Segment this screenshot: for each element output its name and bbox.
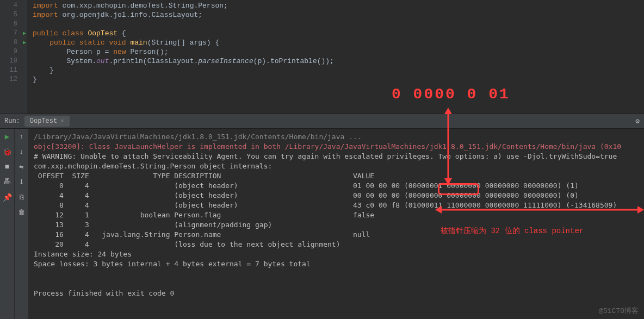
console-line: Space losses: 3 bytes internal + 4 bytes…: [34, 260, 311, 268]
code-editor[interactable]: import com.xxp.mchopin.demoTest.String.P…: [27, 0, 644, 114]
line-gutter: 4 5 6 7 8 9 10 11 12: [0, 0, 27, 114]
keyword: import: [33, 2, 58, 10]
console-line: 4 4 (object header) 00 00 00 00 (0000000…: [34, 191, 579, 199]
code-text: }: [33, 66, 54, 74]
code-text: com.xxp.mchopin.demoTest.String.Person;: [58, 2, 228, 10]
scroll-icon[interactable]: ⤓: [17, 178, 26, 186]
line-num: 4: [0, 1, 27, 10]
annotation-highlight-box: [438, 183, 479, 195]
export-icon[interactable]: ⎘: [17, 193, 26, 202]
console-line: /Library/Java/JavaVirtualMachines/jdk1.8…: [34, 133, 362, 141]
line-num: 5: [0, 10, 27, 20]
print-icon[interactable]: 🖶: [3, 178, 11, 186]
annotation-arrow-right: [435, 204, 644, 217]
code-text: Person();: [126, 48, 169, 56]
console-output[interactable]: /Library/Java/JavaVirtualMachines/jdk1.8…: [28, 129, 644, 319]
static-call: parseInstance: [198, 57, 253, 65]
run-header: Run: OopTest × ⚙: [0, 114, 644, 129]
line-num: 12: [0, 75, 27, 84]
console-line: com.xxp.mchopin.demoTest.String.Person o…: [34, 162, 272, 170]
code-text: .println(ClassLayout.: [109, 57, 198, 65]
console-line: 0 4 (object header) 01 00 00 00 (0000000…: [34, 182, 579, 190]
keyword: public class: [33, 29, 88, 37]
code-text: (p).toPrintable());: [253, 57, 334, 65]
bug-icon[interactable]: 🐞: [3, 147, 11, 156]
editor-area: 4 5 6 7 8 9 10 11 12 import com.xxp.mcho…: [0, 0, 644, 114]
console-line: objc[33200]: Class JavaLaunchHelper is i…: [34, 142, 621, 151]
run-body: ▶ 🐞 ■ 🖶 📌 ↑ ↓ ⇋ ⤓ ⎘ 🗑 /Library/Java/Java…: [0, 129, 644, 319]
up-arrow-icon[interactable]: ↑: [17, 132, 26, 141]
console-line: 12 1 boolean Person.flag false: [34, 211, 374, 219]
code-text: System.: [33, 57, 96, 65]
svg-marker-4: [435, 206, 442, 214]
run-toolbar-outer: ▶ 🐞 ■ 🖶 📌: [0, 129, 14, 319]
run-tab[interactable]: OopTest ×: [24, 116, 70, 127]
class-name: OopTest: [88, 29, 117, 37]
line-num: 9: [0, 47, 27, 57]
wrap-icon[interactable]: ⇋: [17, 162, 26, 171]
console-line: # WARNING: Unable to attach Serviceabili…: [34, 152, 617, 160]
gear-icon[interactable]: ⚙: [635, 117, 640, 126]
console-line: Process finished with exit code 0: [34, 289, 174, 297]
line-num[interactable]: 7: [0, 29, 27, 38]
line-num: 10: [0, 57, 27, 66]
code-text: {: [117, 29, 126, 37]
keyword: import: [33, 11, 58, 19]
console-line: 16 4 java.lang.String Person.name null: [34, 230, 370, 239]
annotation-label: 被指针压缩为 32 位的 class pointer: [441, 226, 584, 236]
pin-icon[interactable]: 📌: [3, 193, 11, 202]
down-arrow-icon[interactable]: ↓: [17, 147, 26, 156]
code-text: org.openjdk.jol.info.ClassLayout;: [58, 11, 202, 19]
annotation-bits: 0 0000 0 01: [392, 86, 510, 103]
method-name: main: [130, 39, 147, 47]
rerun-icon[interactable]: ▶: [3, 132, 11, 141]
code-text: Person p =: [33, 48, 113, 56]
stop-icon[interactable]: ■: [3, 162, 11, 171]
console-line: Instance size: 24 bytes: [34, 250, 132, 258]
trash-icon[interactable]: 🗑: [17, 208, 26, 217]
run-label: Run:: [4, 117, 20, 125]
line-num: 6: [0, 20, 27, 29]
keyword: new: [113, 48, 126, 56]
line-num[interactable]: 8: [0, 38, 27, 47]
console-line: 20 4 (loss due to the next object alignm…: [34, 240, 340, 248]
run-toolbar-inner: ↑ ↓ ⇋ ⤓ ⎘ 🗑: [14, 129, 28, 319]
code-text: }: [33, 76, 37, 84]
svg-marker-1: [444, 108, 452, 114]
field: out: [96, 57, 109, 65]
line-num: 11: [0, 66, 27, 75]
watermark: @51CTO博客: [599, 306, 639, 316]
run-tab-title: OopTest: [30, 117, 57, 125]
close-icon[interactable]: ×: [60, 118, 64, 124]
annotation-arrow-down: [443, 108, 454, 187]
code-text: (String[] args) {: [147, 39, 220, 47]
svg-marker-5: [637, 206, 644, 214]
keyword: public static void: [33, 39, 130, 47]
console-line: OFFSET SIZE TYPE DESCRIPTION VALUE: [34, 172, 374, 180]
console-line: 13 3 (alignment/padding gap): [34, 221, 349, 229]
